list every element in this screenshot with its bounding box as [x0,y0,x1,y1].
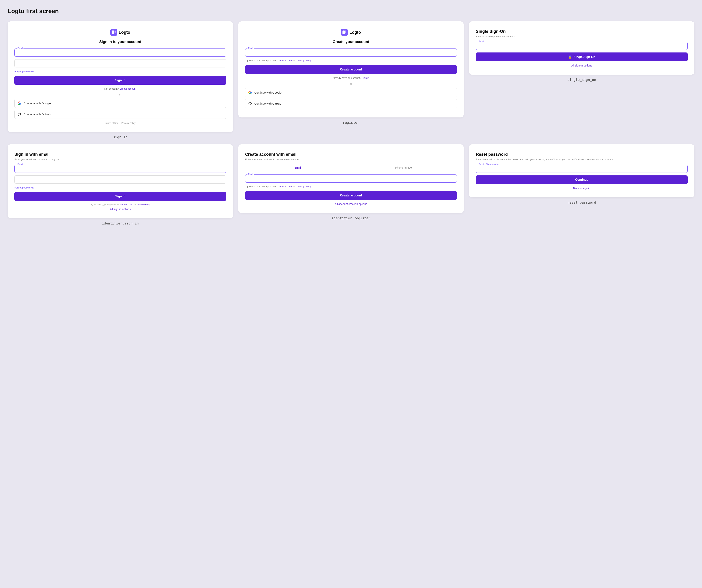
reset-password-card: Reset password Enter the email or phone … [469,144,694,197]
identifier-register-create-button[interactable]: Create account [245,191,457,200]
sign-in-card-label: sign_in [113,135,127,139]
register-github-label: Continue with GitHub [254,102,281,105]
sign-in-create-account-link[interactable]: Create account [119,87,136,90]
github-icon [17,112,21,116]
register-google-label: Continue with Google [254,91,281,94]
identifier-sign-in-terms-text: By continuing, you agree to our Terms of… [14,203,226,206]
identifier-register-terms-link[interactable]: Terms of Use [278,185,292,188]
sso-all-options-link[interactable]: All sign-in options [476,64,688,67]
identifier-sign-in-all-options-link[interactable]: All sign-in options [14,208,226,211]
sso-heading: Single Sign-On [476,29,688,34]
identifier-register-email-input[interactable] [245,175,457,183]
register-google-icon [248,90,252,95]
register-email-input[interactable] [245,48,457,57]
sign-in-google-label: Continue with Google [24,102,51,105]
identifier-register-card: Create account with email Enter your ema… [238,144,464,213]
sso-email-group: Email [476,42,688,50]
identifier-register-all-options-link[interactable]: All account creation options [245,202,457,206]
register-github-button[interactable]: Continue with GitHub [245,99,457,108]
sign-in-forgot-password-link[interactable]: Forgot password? [14,70,226,73]
sign-in-no-account: Not account? Create account [14,87,226,90]
register-heading: Create your account [245,39,457,44]
lock-icon: 🔒 [568,55,572,59]
sign-in-privacy-link[interactable]: Privacy Policy [121,122,136,124]
tab-phone[interactable]: Phone number [351,165,457,171]
sign-in-github-label: Continue with GitHub [24,113,50,116]
identifier-register-terms-checkbox[interactable] [245,186,248,188]
register-create-button[interactable]: Create account [245,65,457,74]
register-email-label: Email [247,47,254,49]
reset-password-card-wrapper: Reset password Enter the email or phone … [469,144,694,225]
google-icon [17,101,21,105]
reset-password-heading: Reset password [476,152,688,157]
identifier-register-card-wrapper: Create account with email Enter your ema… [238,144,464,225]
sso-card-wrapper: Single Sign-On Enter your enterprise ema… [469,21,694,139]
tab-email[interactable]: Email [245,165,351,171]
sign-in-button[interactable]: Sign In [14,76,226,85]
svg-rect-4 [343,30,345,34]
sso-button[interactable]: 🔒 Single Sign-On [476,53,688,62]
register-brand-name: Logto [349,30,361,35]
reset-password-field-label: Email / Phone number [478,163,500,165]
sign-in-email-input[interactable] [14,48,226,57]
sign-in-google-button[interactable]: Continue with Google [14,99,226,108]
sign-in-terms-link[interactable]: Terms of Use [105,122,119,124]
sign-in-card: Logto Sign in to your account Email Forg… [8,21,233,132]
sso-email-input[interactable] [476,42,688,50]
register-google-button[interactable]: Continue with Google [245,88,457,97]
identifier-register-tabs: Email Phone number [245,165,457,171]
identifier-sign-in-password-input[interactable] [14,175,226,184]
svg-rect-5 [345,30,346,33]
reset-password-back-link[interactable]: Back to sign in [476,187,688,190]
identifier-sign-in-card-label: identifier:sign_in [102,221,139,225]
identifier-register-email-group: Email [245,175,457,183]
identifier-sign-in-email-group: Email [14,165,226,173]
identifier-sign-in-card-wrapper: Sign in with email Enter your email and … [8,144,233,225]
identifier-register-privacy-link[interactable]: Privacy Policy [297,185,311,188]
svg-rect-1 [112,30,114,34]
sso-subtext: Enter your enterprise email address. [476,35,688,38]
sign-in-email-label: Email [17,47,23,49]
sign-in-logo-area: Logto [14,29,226,36]
register-card-wrapper: Logto Create your account Email I have r… [238,21,464,139]
identifier-register-terms-row: I have read and agree to our Terms of Us… [245,185,457,188]
sign-in-heading: Sign in to your account [14,39,226,44]
register-card-label: register [343,120,359,124]
reset-password-input[interactable] [476,165,688,173]
reset-password-subtext: Enter the email or phone number associat… [476,158,688,161]
identifier-register-card-label: identifier:register [332,216,370,220]
svg-rect-2 [115,30,116,33]
identifier-sign-in-password-group [14,175,226,184]
logto-logo-icon [110,29,117,36]
register-terms-row: I have read and agree to our Terms of Us… [245,59,457,62]
register-sign-in-link[interactable]: Sign in [362,77,369,79]
register-privacy-link[interactable]: Privacy Policy [297,59,311,62]
identifier-register-email-label: Email [247,173,254,175]
identifier-sign-in-forgot-link[interactable]: Forgot password? [14,186,226,189]
reset-password-field-group: Email / Phone number [476,165,688,173]
register-terms-checkbox[interactable] [245,60,248,62]
sso-card-label: single_sign_on [567,78,596,82]
sso-email-label: Email [478,40,485,42]
register-email-group: Email [245,48,457,57]
identifier-sign-in-privacy-link[interactable]: Privacy Policy [137,203,150,206]
register-terms-link[interactable]: Terms of Use [278,59,292,62]
identifier-sign-in-email-input[interactable] [14,165,226,173]
register-already-text: Already have an account? Sign in [245,77,457,79]
sign-in-footer-links: Terms of Use Privacy Policy [14,122,226,124]
identifier-sign-in-heading: Sign in with email [14,152,226,157]
sign-in-email-group: Email [14,48,226,57]
sign-in-password-group [14,59,226,68]
identifier-sign-in-button[interactable]: Sign In [14,192,226,201]
reset-password-card-label: reset_password [567,200,596,204]
reset-password-continue-button[interactable]: Continue [476,175,688,184]
sign-in-card-wrapper: Logto Sign in to your account Email Forg… [8,21,233,139]
identifier-sign-in-terms-link[interactable]: Terms of Use [120,203,132,206]
identifier-register-subtext: Enter your email address to create a new… [245,158,457,161]
identifier-register-heading: Create account with email [245,152,457,157]
page-title: Logto first screen [8,8,694,15]
sign-in-brand-name: Logto [119,30,130,35]
sign-in-password-input[interactable] [14,59,226,68]
register-or: or [245,82,457,85]
sign-in-github-button[interactable]: Continue with GitHub [14,110,226,119]
